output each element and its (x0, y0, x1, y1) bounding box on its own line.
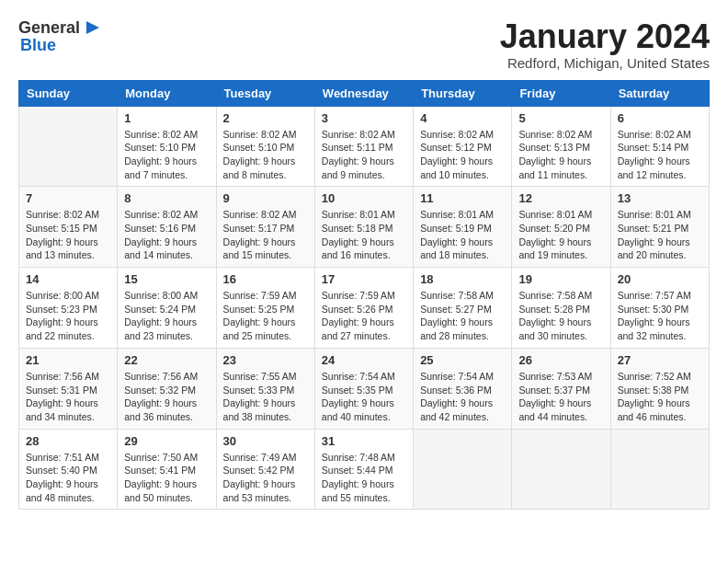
calendar-day-cell: 8Sunrise: 8:02 AMSunset: 5:16 PMDaylight… (118, 187, 216, 268)
calendar-day-cell (414, 429, 512, 510)
day-info: Sunrise: 8:02 AMSunset: 5:13 PMDaylight:… (518, 128, 603, 182)
day-number: 23 (223, 353, 308, 367)
calendar-day-cell: 16Sunrise: 7:59 AMSunset: 5:25 PMDayligh… (216, 268, 314, 349)
day-number: 13 (618, 191, 702, 205)
col-thursday: Thursday (414, 80, 512, 106)
day-info: Sunrise: 8:02 AMSunset: 5:10 PMDaylight:… (124, 128, 209, 182)
calendar-day-cell: 17Sunrise: 7:59 AMSunset: 5:26 PMDayligh… (314, 268, 413, 349)
calendar-day-cell: 3Sunrise: 8:02 AMSunset: 5:11 PMDaylight… (314, 106, 413, 187)
day-number: 20 (618, 272, 702, 286)
calendar-day-cell: 22Sunrise: 7:56 AMSunset: 5:32 PMDayligh… (118, 348, 216, 429)
calendar-week-row: 28Sunrise: 7:51 AMSunset: 5:40 PMDayligh… (19, 429, 710, 510)
day-info: Sunrise: 7:53 AMSunset: 5:37 PMDaylight:… (518, 370, 603, 424)
calendar-day-cell: 20Sunrise: 7:57 AMSunset: 5:30 PMDayligh… (610, 268, 709, 349)
calendar-header-row: Sunday Monday Tuesday Wednesday Thursday… (19, 80, 710, 106)
day-number: 2 (223, 111, 308, 125)
day-info: Sunrise: 8:02 AMSunset: 5:12 PMDaylight:… (420, 128, 505, 182)
day-number: 7 (26, 191, 110, 205)
calendar-day-cell: 19Sunrise: 7:58 AMSunset: 5:28 PMDayligh… (512, 268, 610, 349)
day-info: Sunrise: 7:48 AMSunset: 5:44 PMDaylight:… (322, 451, 406, 505)
calendar-week-row: 1Sunrise: 8:02 AMSunset: 5:10 PMDaylight… (19, 106, 710, 187)
day-number: 15 (124, 272, 209, 286)
day-number: 6 (618, 111, 702, 125)
day-number: 17 (322, 272, 406, 286)
day-info: Sunrise: 7:57 AMSunset: 5:30 PMDaylight:… (618, 289, 702, 343)
day-info: Sunrise: 7:51 AMSunset: 5:40 PMDaylight:… (26, 451, 110, 505)
calendar-day-cell: 2Sunrise: 8:02 AMSunset: 5:10 PMDaylight… (216, 106, 314, 187)
day-number: 12 (518, 191, 603, 205)
day-number: 1 (124, 111, 209, 125)
calendar-day-cell: 11Sunrise: 8:01 AMSunset: 5:19 PMDayligh… (414, 187, 512, 268)
day-info: Sunrise: 8:02 AMSunset: 5:11 PMDaylight:… (322, 128, 406, 182)
calendar-day-cell: 7Sunrise: 8:02 AMSunset: 5:15 PMDaylight… (19, 187, 118, 268)
calendar-day-cell: 5Sunrise: 8:02 AMSunset: 5:13 PMDaylight… (512, 106, 610, 187)
day-info: Sunrise: 7:58 AMSunset: 5:27 PMDaylight:… (420, 289, 505, 343)
col-monday: Monday (118, 80, 216, 106)
day-number: 10 (322, 191, 406, 205)
day-info: Sunrise: 8:01 AMSunset: 5:20 PMDaylight:… (518, 208, 603, 262)
day-number: 22 (124, 353, 209, 367)
day-info: Sunrise: 7:54 AMSunset: 5:35 PMDaylight:… (322, 370, 406, 424)
day-info: Sunrise: 7:58 AMSunset: 5:28 PMDaylight:… (518, 289, 603, 343)
day-number: 11 (420, 191, 505, 205)
day-number: 16 (223, 272, 308, 286)
calendar-day-cell: 21Sunrise: 7:56 AMSunset: 5:31 PMDayligh… (19, 348, 118, 429)
day-number: 18 (420, 272, 505, 286)
calendar-day-cell: 25Sunrise: 7:54 AMSunset: 5:36 PMDayligh… (414, 348, 512, 429)
day-number: 14 (26, 272, 110, 286)
calendar-day-cell: 14Sunrise: 8:00 AMSunset: 5:23 PMDayligh… (19, 268, 118, 349)
day-info: Sunrise: 7:49 AMSunset: 5:42 PMDaylight:… (223, 451, 308, 505)
logo-arrow-icon (83, 17, 103, 38)
day-info: Sunrise: 8:02 AMSunset: 5:15 PMDaylight:… (26, 208, 110, 262)
calendar-day-cell: 6Sunrise: 8:02 AMSunset: 5:14 PMDaylight… (610, 106, 709, 187)
calendar-day-cell: 29Sunrise: 7:50 AMSunset: 5:41 PMDayligh… (118, 429, 216, 510)
calendar-day-cell (610, 429, 709, 510)
calendar-week-row: 21Sunrise: 7:56 AMSunset: 5:31 PMDayligh… (19, 348, 710, 429)
month-title: January 2024 (500, 18, 710, 55)
calendar-week-row: 7Sunrise: 8:02 AMSunset: 5:15 PMDaylight… (19, 187, 710, 268)
day-number: 21 (26, 353, 110, 367)
calendar-day-cell: 15Sunrise: 8:00 AMSunset: 5:24 PMDayligh… (118, 268, 216, 349)
day-info: Sunrise: 8:01 AMSunset: 5:18 PMDaylight:… (322, 208, 406, 262)
calendar-day-cell: 4Sunrise: 8:02 AMSunset: 5:12 PMDaylight… (414, 106, 512, 187)
day-number: 29 (124, 434, 209, 448)
svg-marker-0 (86, 21, 99, 34)
day-info: Sunrise: 7:56 AMSunset: 5:32 PMDaylight:… (124, 370, 209, 424)
day-number: 27 (618, 353, 702, 367)
day-info: Sunrise: 8:02 AMSunset: 5:10 PMDaylight:… (223, 128, 308, 182)
location-title: Redford, Michigan, United States (500, 55, 710, 71)
calendar-day-cell: 26Sunrise: 7:53 AMSunset: 5:37 PMDayligh… (512, 348, 610, 429)
calendar-day-cell: 30Sunrise: 7:49 AMSunset: 5:42 PMDayligh… (216, 429, 314, 510)
page-header: General Blue January 2024 Redford, Michi… (18, 18, 710, 71)
day-number: 8 (124, 191, 209, 205)
calendar-day-cell: 27Sunrise: 7:52 AMSunset: 5:38 PMDayligh… (610, 348, 709, 429)
day-info: Sunrise: 7:54 AMSunset: 5:36 PMDaylight:… (420, 370, 505, 424)
calendar-day-cell (19, 106, 118, 187)
day-info: Sunrise: 8:00 AMSunset: 5:24 PMDaylight:… (124, 289, 209, 343)
day-number: 3 (322, 111, 406, 125)
day-number: 25 (420, 353, 505, 367)
day-info: Sunrise: 7:59 AMSunset: 5:26 PMDaylight:… (322, 289, 406, 343)
day-info: Sunrise: 7:50 AMSunset: 5:41 PMDaylight:… (124, 451, 209, 505)
day-info: Sunrise: 7:55 AMSunset: 5:33 PMDaylight:… (223, 370, 308, 424)
calendar-day-cell: 28Sunrise: 7:51 AMSunset: 5:40 PMDayligh… (19, 429, 118, 510)
col-sunday: Sunday (19, 80, 118, 106)
col-wednesday: Wednesday (314, 80, 413, 106)
calendar-day-cell: 12Sunrise: 8:01 AMSunset: 5:20 PMDayligh… (512, 187, 610, 268)
calendar-day-cell: 1Sunrise: 8:02 AMSunset: 5:10 PMDaylight… (118, 106, 216, 187)
calendar-table: Sunday Monday Tuesday Wednesday Thursday… (18, 80, 710, 511)
col-friday: Friday (512, 80, 610, 106)
calendar-day-cell: 23Sunrise: 7:55 AMSunset: 5:33 PMDayligh… (216, 348, 314, 429)
logo: General Blue (18, 18, 103, 55)
logo-general-text: General (18, 18, 80, 38)
calendar-day-cell: 18Sunrise: 7:58 AMSunset: 5:27 PMDayligh… (414, 268, 512, 349)
day-info: Sunrise: 8:01 AMSunset: 5:19 PMDaylight:… (420, 208, 505, 262)
col-tuesday: Tuesday (216, 80, 314, 106)
calendar-day-cell: 13Sunrise: 8:01 AMSunset: 5:21 PMDayligh… (610, 187, 709, 268)
day-info: Sunrise: 7:52 AMSunset: 5:38 PMDaylight:… (618, 370, 702, 424)
day-info: Sunrise: 8:02 AMSunset: 5:17 PMDaylight:… (223, 208, 308, 262)
day-number: 30 (223, 434, 308, 448)
calendar-day-cell (512, 429, 610, 510)
col-saturday: Saturday (610, 80, 709, 106)
calendar-title-area: January 2024 Redford, Michigan, United S… (500, 18, 710, 71)
